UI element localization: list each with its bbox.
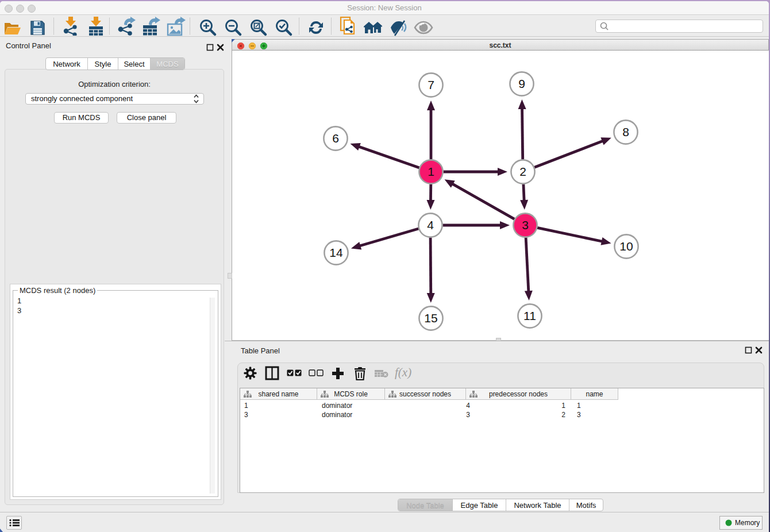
svg-text:2: 2 xyxy=(519,165,526,178)
svg-text:6: 6 xyxy=(332,132,339,145)
svg-text:8: 8 xyxy=(622,125,629,138)
svg-text:7: 7 xyxy=(428,78,434,91)
svg-text:1: 1 xyxy=(428,165,434,178)
svg-text:9: 9 xyxy=(518,77,525,90)
svg-text:15: 15 xyxy=(424,311,437,325)
svg-text:3: 3 xyxy=(522,218,529,232)
svg-text:4: 4 xyxy=(427,218,434,232)
svg-text:14: 14 xyxy=(329,246,343,259)
svg-text:11: 11 xyxy=(523,309,536,322)
svg-text:10: 10 xyxy=(619,240,633,253)
